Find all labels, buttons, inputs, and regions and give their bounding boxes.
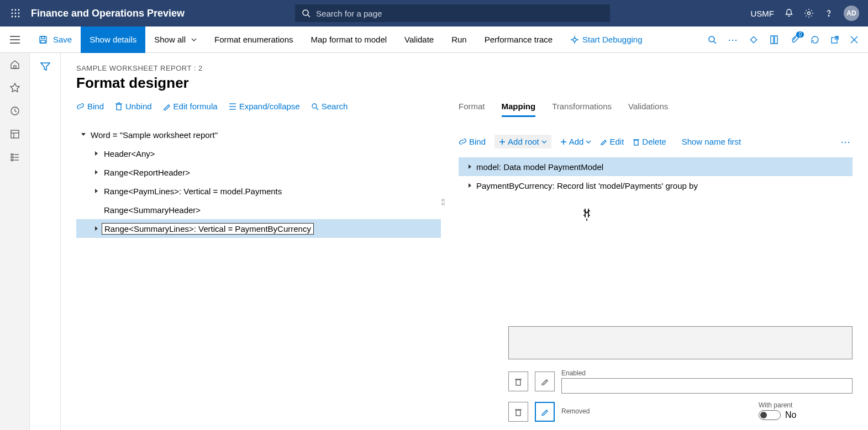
- popout-icon[interactable]: [830, 35, 839, 44]
- action-search-icon[interactable]: [708, 35, 717, 44]
- modules-icon[interactable]: [10, 152, 20, 162]
- svg-point-1: [15, 9, 17, 11]
- with-parent-value: No: [785, 410, 796, 420]
- app-launcher-icon[interactable]: [4, 9, 27, 18]
- show-all-button[interactable]: Show all: [145, 26, 206, 53]
- svg-point-5: [18, 13, 20, 14]
- attachments-icon[interactable]: 0: [790, 35, 799, 45]
- svg-line-44: [316, 108, 318, 110]
- caret-right-icon[interactable]: [92, 151, 102, 156]
- global-search[interactable]: [295, 4, 610, 22]
- tree-node[interactable]: Range<ReportHeader>: [76, 163, 441, 182]
- tree-node-selected[interactable]: Range<SummaryLines>: Vertical = PaymentB…: [76, 219, 441, 238]
- mapping-node[interactable]: PaymentByCurrency: Record list 'model/Pa…: [459, 176, 853, 195]
- tree-search-button[interactable]: Search: [311, 102, 348, 111]
- delete-button[interactable]: Delete: [633, 137, 666, 146]
- edit-button[interactable]: Edit: [600, 137, 624, 146]
- refresh-icon[interactable]: [811, 35, 819, 44]
- show-details-button[interactable]: Show details: [81, 26, 145, 53]
- diamond-icon[interactable]: [749, 35, 759, 45]
- home-icon[interactable]: [10, 60, 20, 70]
- tab-mapping[interactable]: Mapping: [502, 102, 536, 117]
- delete-property-button[interactable]: [508, 371, 528, 391]
- save-button[interactable]: Save: [30, 26, 81, 53]
- performance-trace-button[interactable]: Performance trace: [476, 26, 561, 53]
- expression-box[interactable]: [508, 326, 853, 359]
- tree-node-label: Range<PaymLines>: Vertical = model.Payme…: [102, 186, 284, 197]
- mapping-node-selected[interactable]: model: Data model PaymentModel: [459, 157, 853, 176]
- bell-icon[interactable]: [784, 8, 794, 18]
- chevron-down-icon: [541, 140, 547, 144]
- global-search-input[interactable]: [316, 9, 603, 18]
- add-root-button[interactable]: Add root: [495, 135, 551, 148]
- validate-button[interactable]: Validate: [396, 26, 443, 53]
- format-enumerations-button[interactable]: Format enumerations: [206, 26, 302, 53]
- mapping-node-label: PaymentByCurrency: Record list 'model/Pa…: [476, 181, 698, 190]
- star-icon[interactable]: [10, 83, 20, 93]
- tab-transformations[interactable]: Transformations: [552, 102, 612, 117]
- caret-right-icon[interactable]: [92, 226, 102, 231]
- bind-button[interactable]: Bind: [76, 102, 104, 111]
- show-name-first-button[interactable]: Show name first: [682, 137, 741, 146]
- caret-down-icon[interactable]: [78, 132, 88, 137]
- svg-point-3: [12, 13, 13, 14]
- caret-right-icon[interactable]: [464, 164, 476, 169]
- book-icon[interactable]: [770, 35, 778, 45]
- attachment-badge: 0: [796, 31, 804, 38]
- tree-node-root[interactable]: Word = "Sample worksheet report": [76, 125, 441, 144]
- svg-line-10: [308, 15, 310, 17]
- chevron-down-icon: [586, 140, 591, 144]
- svg-rect-32: [11, 157, 13, 158]
- mapping-bind-button[interactable]: Bind: [459, 137, 486, 146]
- nav-toggle-icon[interactable]: [0, 36, 30, 44]
- caret-right-icon[interactable]: [464, 183, 476, 188]
- add-button[interactable]: Add: [560, 137, 592, 146]
- avatar[interactable]: AD: [844, 6, 859, 21]
- filter-icon[interactable]: [40, 62, 50, 430]
- svg-rect-37: [117, 104, 121, 110]
- svg-rect-18: [41, 40, 45, 43]
- company-label[interactable]: USMF: [751, 9, 775, 18]
- help-icon[interactable]: [824, 8, 834, 18]
- mapping-node-label: model: Data model PaymentModel: [476, 162, 603, 172]
- gear-icon[interactable]: [804, 8, 814, 18]
- with-parent-toggle[interactable]: [759, 410, 781, 420]
- enabled-input[interactable]: [561, 378, 853, 394]
- svg-rect-49: [634, 140, 638, 145]
- edit-formula-button[interactable]: Edit formula: [163, 102, 218, 111]
- svg-point-6: [12, 16, 13, 18]
- tree-node[interactable]: Range<SummaryHeader>: [76, 200, 441, 219]
- start-debugging-button[interactable]: Start Debugging: [561, 26, 651, 53]
- run-button[interactable]: Run: [443, 26, 476, 53]
- edit-property-button[interactable]: [535, 402, 555, 422]
- caret-right-icon[interactable]: [92, 188, 102, 194]
- unbind-button[interactable]: Unbind: [115, 102, 152, 111]
- close-icon[interactable]: [850, 36, 858, 44]
- tree-node[interactable]: Range<PaymLines>: Vertical = model.Payme…: [76, 182, 441, 200]
- tree-node-label: Range<SummaryLines>: Vertical = PaymentB…: [102, 223, 314, 235]
- splitter-handle[interactable]: ¦¦: [441, 195, 445, 206]
- svg-rect-28: [11, 130, 19, 138]
- recent-icon[interactable]: [10, 106, 20, 116]
- svg-rect-22: [750, 36, 756, 43]
- tab-validations[interactable]: Validations: [628, 102, 668, 117]
- caret-right-icon[interactable]: [92, 169, 102, 175]
- tree-node-label: Range<ReportHeader>: [102, 167, 192, 178]
- map-format-button[interactable]: Map format to model: [302, 26, 396, 53]
- save-label: Save: [53, 35, 72, 44]
- svg-rect-53: [516, 410, 520, 416]
- search-icon: [302, 9, 311, 18]
- workspaces-icon[interactable]: [10, 129, 20, 139]
- tree-node[interactable]: Header<Any>: [76, 144, 441, 163]
- svg-rect-26: [14, 66, 16, 68]
- overflow-icon[interactable]: ⋯: [840, 136, 853, 148]
- delete-property-button[interactable]: [508, 402, 528, 422]
- tab-format[interactable]: Format: [459, 102, 485, 117]
- svg-line-21: [714, 41, 716, 44]
- format-tree: Word = "Sample worksheet report" Header<…: [76, 125, 441, 238]
- more-actions-icon[interactable]: ⋯: [728, 34, 738, 46]
- edit-property-button[interactable]: [535, 371, 555, 391]
- expand-collapse-button[interactable]: Expand/collapse: [229, 102, 300, 111]
- svg-point-9: [303, 10, 308, 15]
- page-title: Format designer: [76, 75, 853, 92]
